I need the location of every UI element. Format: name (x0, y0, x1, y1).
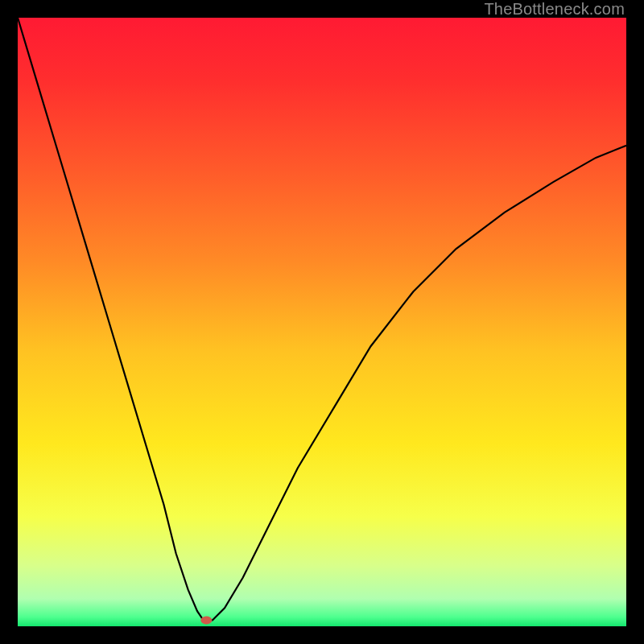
plot-area (18, 18, 626, 626)
watermark-text: TheBottleneck.com (484, 0, 625, 19)
chart-frame: TheBottleneck.com (0, 0, 644, 644)
optimal-point-marker (200, 616, 212, 624)
chart-svg (18, 18, 626, 626)
